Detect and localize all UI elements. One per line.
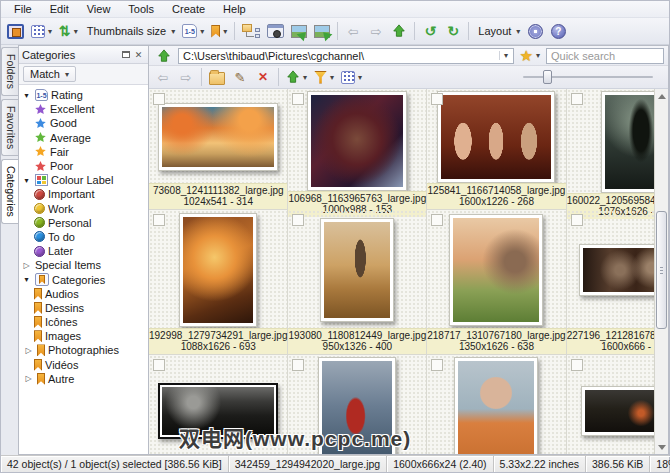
path-field[interactable]: ▾ xyxy=(178,48,514,64)
rotate-left-button[interactable]: ↺ xyxy=(419,20,441,42)
tree-item-to-do[interactable]: To do xyxy=(21,230,148,244)
thumb-cell-1[interactable]: 73608_1241111382_large.jpg1024x541 - 314 xyxy=(149,89,288,210)
path-dropdown-icon[interactable]: ▾ xyxy=(499,51,513,60)
tree-item-photographies[interactable]: ▷Photographies xyxy=(21,343,148,357)
menu-create[interactable]: Create xyxy=(163,2,214,16)
thumb-cell-9-selected[interactable] xyxy=(149,355,288,454)
expander-icon[interactable]: ▾ xyxy=(21,91,32,100)
settings-button[interactable] xyxy=(524,20,546,42)
thumb-cell-4[interactable]: 160022_1205695844_large.jpg1076x1626 - 5… xyxy=(567,89,654,210)
thumb-checkbox[interactable] xyxy=(571,359,583,371)
folder-tree-button[interactable] xyxy=(239,20,263,42)
thumb-checkbox[interactable] xyxy=(292,359,304,371)
tab-favorites[interactable]: Favorites xyxy=(1,99,18,156)
expander-icon[interactable]: ▾ xyxy=(21,275,32,284)
scroll-up-button[interactable] xyxy=(655,89,668,103)
filter-button[interactable]: ▾ xyxy=(311,66,337,88)
thumb-checkbox[interactable] xyxy=(153,93,165,105)
slider-thumb[interactable] xyxy=(543,70,552,84)
tree-item-videos[interactable]: Vidéos xyxy=(21,358,148,372)
favorites-button[interactable]: ★▾ xyxy=(517,47,543,65)
thumb-cell-7[interactable]: 218717_1310767180_large.jpg1350x1626 - 6… xyxy=(427,210,566,355)
thumb-cell-5[interactable]: 192998_1279734291_large.jpg1088x1626 - 6… xyxy=(149,210,288,355)
up-button[interactable] xyxy=(388,20,410,42)
capture-button[interactable] xyxy=(264,20,287,42)
tree-item-categories[interactable]: ▾Categories xyxy=(21,272,148,286)
tree-item-special-items[interactable]: ▷Special Items xyxy=(21,258,148,272)
thumb-checkbox[interactable] xyxy=(431,93,443,105)
thumb-cell-10[interactable] xyxy=(288,355,427,454)
tree-item-later[interactable]: Later xyxy=(21,244,148,258)
tree-item-icones[interactable]: Icônes xyxy=(21,315,148,329)
tree-item-good[interactable]: Good xyxy=(21,116,148,130)
menu-view[interactable]: View xyxy=(78,2,120,16)
path-input[interactable] xyxy=(179,50,499,62)
browser-up-button[interactable]: ▾ xyxy=(283,66,310,88)
delete-button[interactable]: ✕ xyxy=(252,66,274,88)
float-panel-button[interactable] xyxy=(119,48,132,61)
thumb-cell-2[interactable]: 106968_1163965763_large.jpg1000x988 - 15… xyxy=(288,89,427,210)
tree-item-work[interactable]: Work xyxy=(21,202,148,216)
back-button[interactable]: ⇦ xyxy=(342,20,364,42)
menu-edit[interactable]: Edit xyxy=(41,2,78,16)
browser-forward-button[interactable]: ⇨ xyxy=(175,66,197,88)
thumb-checkbox[interactable] xyxy=(431,359,443,371)
menu-file[interactable]: File xyxy=(5,2,41,16)
tree-item-fair[interactable]: Fair xyxy=(21,145,148,159)
tree-item-important[interactable]: Important xyxy=(21,187,148,201)
tree-item-average[interactable]: Average xyxy=(21,131,148,145)
tree-item-audios[interactable]: Audios xyxy=(21,287,148,301)
tree-item-autre[interactable]: ▷Autre xyxy=(21,372,148,386)
export-button[interactable] xyxy=(311,20,333,42)
menu-tools[interactable]: Tools xyxy=(119,2,163,16)
expander-icon[interactable]: ▷ xyxy=(23,374,34,383)
new-folder-button[interactable] xyxy=(206,66,228,88)
thumbnails-size-button[interactable]: Thumbnails size▾ xyxy=(82,20,179,42)
scrollbar-track[interactable] xyxy=(655,103,668,440)
thumb-cell-8[interactable]: 227196_1212816786_large.jpg1600x666 - 51… xyxy=(567,210,654,355)
match-dropdown[interactable]: Match▾ xyxy=(23,66,76,82)
thumb-checkbox[interactable] xyxy=(431,214,443,226)
layout-button[interactable]: Layout▾ xyxy=(473,20,523,42)
category-button[interactable]: ▾ xyxy=(208,20,230,42)
thumb-cell-12[interactable] xyxy=(567,355,654,454)
browser-back-button[interactable]: ⇦ xyxy=(152,66,174,88)
rating-button[interactable]: 1-5▾ xyxy=(179,20,207,42)
help-button[interactable]: ? xyxy=(547,20,569,42)
tree-item-rating[interactable]: ▾1-5Rating xyxy=(21,88,148,102)
tab-categories[interactable]: Categories xyxy=(1,159,19,224)
tree-item-personal[interactable]: Personal xyxy=(21,216,148,230)
expander-icon[interactable]: ▾ xyxy=(21,176,32,185)
forward-button[interactable]: ⇨ xyxy=(365,20,387,42)
menu-help[interactable]: Help xyxy=(214,2,255,16)
thumb-checkbox[interactable] xyxy=(153,359,165,371)
thumb-checkbox[interactable] xyxy=(571,93,583,105)
import-button[interactable] xyxy=(288,20,310,42)
tab-folders[interactable]: Folders xyxy=(1,47,18,96)
address-up-button[interactable] xyxy=(153,47,175,65)
tree-item-poor[interactable]: Poor xyxy=(21,159,148,173)
thumb-checkbox[interactable] xyxy=(153,214,165,226)
sort-button[interactable]: ⇅▾ xyxy=(56,20,81,42)
thumb-cell-3[interactable]: 125841_1166714058_large.jpg1600x1226 - 2… xyxy=(427,89,566,210)
expander-icon[interactable]: ▷ xyxy=(21,261,32,270)
thumb-cell-6[interactable]: 193080_1180812449_large.jpg950x1326 - 40… xyxy=(288,210,427,355)
quick-search-input[interactable] xyxy=(547,50,663,62)
tree-item-dessins[interactable]: Dessins xyxy=(21,301,148,315)
rotate-right-button[interactable]: ↻ xyxy=(442,20,464,42)
quick-search-field[interactable] xyxy=(546,48,664,64)
tree-item-images[interactable]: Images xyxy=(21,329,148,343)
thumb-cell-11[interactable] xyxy=(427,355,566,454)
thumbnail-size-slider[interactable] xyxy=(523,70,653,84)
vertical-scrollbar[interactable] xyxy=(654,89,668,454)
thumb-checkbox[interactable] xyxy=(292,214,304,226)
scrollbar-thumb[interactable] xyxy=(656,211,667,329)
scroll-down-button[interactable] xyxy=(655,440,668,454)
expander-icon[interactable]: ▷ xyxy=(23,346,34,355)
close-panel-button[interactable]: ✕ xyxy=(132,48,145,61)
browse-mode-button[interactable] xyxy=(4,20,27,42)
view-mode-button[interactable]: ▾ xyxy=(28,20,55,42)
rename-button[interactable]: ✎ xyxy=(229,66,251,88)
tree-item-excellent[interactable]: Excellent xyxy=(21,102,148,116)
thumb-checkbox[interactable] xyxy=(292,93,304,105)
